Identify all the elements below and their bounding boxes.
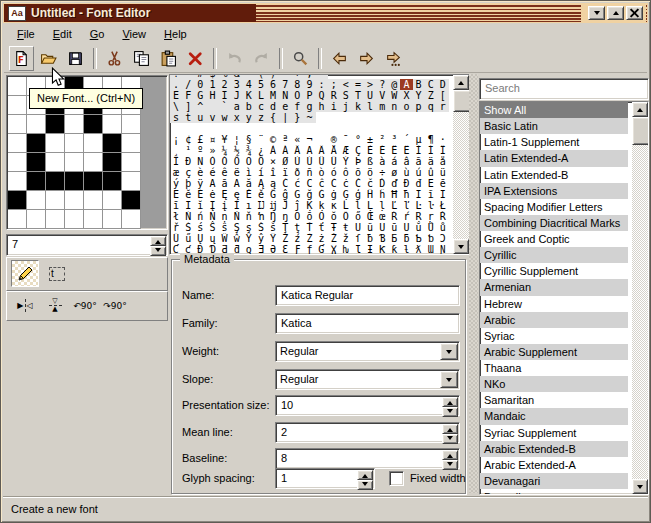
charmap-cell[interactable]: ƛ: [413, 244, 425, 255]
charmap-cell[interactable]: ƅ: [425, 233, 437, 244]
charmap-cell[interactable]: È: [364, 145, 376, 156]
spin-down-button[interactable]: [442, 407, 458, 417]
charmap-cell[interactable]: u: [194, 112, 206, 123]
charmap-cell[interactable]: ŉ: [255, 211, 267, 222]
charmap-cell[interactable]: ķ: [316, 200, 328, 211]
panel-splitter[interactable]: [469, 74, 478, 493]
charmap-cell[interactable]: x: [231, 112, 243, 123]
charmap-cell[interactable]: H: [206, 90, 218, 101]
charmap-cell[interactable]: ĝ: [279, 189, 291, 200]
charmap-cell[interactable]: Â: [291, 145, 303, 156]
charmap-cell[interactable]: G: [194, 90, 206, 101]
charmap-cell[interactable]: é: [206, 167, 218, 178]
charmap-cell[interactable]: Þ: [352, 156, 364, 167]
presentation-size-input[interactable]: [279, 398, 441, 412]
charmap-cell[interactable]: ş: [243, 222, 255, 233]
charmap-cell[interactable]: <: [340, 79, 352, 90]
glyph-pixel[interactable]: [103, 191, 122, 210]
glyph-pixel[interactable]: [8, 153, 27, 172]
charmap-cell[interactable]: ñ: [303, 167, 315, 178]
save-button[interactable]: [63, 46, 88, 71]
charmap-cell[interactable]: ĵ: [291, 200, 303, 211]
glyph-pixel[interactable]: [8, 210, 27, 229]
charmap-cell[interactable]: ğ: [303, 189, 315, 200]
charmap-cell[interactable]: Ĥ: [364, 189, 376, 200]
baseline-input[interactable]: [279, 451, 441, 465]
flip-horizontal-button[interactable]: ▶◁: [11, 294, 39, 317]
charmap-cell[interactable]: Á: [279, 145, 291, 156]
charmap-cell[interactable]: à: [376, 156, 388, 167]
charmap-cell[interactable]: h: [316, 101, 328, 112]
block-item-latin-extended-a[interactable]: Latin Extended-A: [480, 150, 628, 166]
charmap-cell[interactable]: ń: [194, 211, 206, 222]
charmap-cell[interactable]: 1: [206, 79, 218, 90]
charmap-cell[interactable]: Ŏ: [316, 211, 328, 222]
charmap-cell[interactable]: ³: [388, 134, 400, 145]
charmap-cell[interactable]: ç: [182, 167, 194, 178]
charmap-cell[interactable]: š: [267, 222, 279, 233]
charmap-cell[interactable]: Å: [328, 145, 340, 156]
charmap-cell[interactable]: Ř: [437, 211, 449, 222]
charmap-cell[interactable]: E: [170, 90, 182, 101]
charmap-cell[interactable]: Ġ: [316, 189, 328, 200]
charmap-cell[interactable]: Ų: [194, 233, 206, 244]
charmap-cell[interactable]: q: [425, 101, 437, 112]
flip-vertical-button[interactable]: ▽▲: [41, 294, 69, 317]
charmap-cell[interactable]: œ: [376, 211, 388, 222]
charmap-cell[interactable]: Ń: [182, 211, 194, 222]
charmap-cell[interactable]: ²: [376, 134, 388, 145]
charmap-cell[interactable]: J: [231, 90, 243, 101]
block-item-mandaic[interactable]: Mandaic: [480, 408, 628, 424]
charmap-cell[interactable]: z: [255, 112, 267, 123]
charmap-cell[interactable]: Ź: [279, 233, 291, 244]
charmap-cell[interactable]: _: [206, 101, 218, 112]
charmap-cell[interactable]: {: [267, 112, 279, 123]
charmap-cell[interactable]: Ľ: [388, 200, 400, 211]
charmap-cell[interactable]: «: [291, 134, 303, 145]
charmap-cell[interactable]: ê: [219, 167, 231, 178]
charmap-cell[interactable]: ś: [194, 222, 206, 233]
charmap-cell[interactable]: ć: [291, 178, 303, 189]
charmap-cell[interactable]: ÿ: [194, 178, 206, 189]
glyph-pixel[interactable]: [84, 172, 103, 191]
glyph-pixel[interactable]: [8, 77, 27, 96]
charmap-cell[interactable]: 0: [194, 79, 206, 90]
charmap-cell[interactable]: ĩ: [425, 189, 437, 200]
charmap-cell[interactable]: ű: [182, 233, 194, 244]
charmap-cell[interactable]: ĸ: [328, 200, 340, 211]
charmap-cell[interactable]: ÷: [376, 167, 388, 178]
charmap-cell[interactable]: Ĳ: [255, 200, 267, 211]
charmap-cell[interactable]: ņ: [219, 211, 231, 222]
minimize-button[interactable]: [588, 6, 605, 20]
charmap-cell[interactable]: Ĝ: [267, 189, 279, 200]
scroll-down-button[interactable]: [632, 479, 648, 494]
charmap-cell[interactable]: ſ: [352, 233, 364, 244]
charmap-cell[interactable]: ŝ: [219, 222, 231, 233]
charmap-cell[interactable]: v: [206, 112, 218, 123]
charmap-cell[interactable]: Ā: [206, 178, 218, 189]
charmap-cell[interactable]: Ļ: [364, 200, 376, 211]
charmap-cell[interactable]: j: [340, 101, 352, 112]
glyph-pixel[interactable]: [46, 210, 65, 229]
charmap-cell[interactable]: ţ: [291, 222, 303, 233]
charmap-cell[interactable]: Ű: [170, 233, 182, 244]
charmap-cell[interactable]: N: [279, 90, 291, 101]
charmap-cell[interactable]: W: [388, 90, 400, 101]
charmap-cell[interactable]: ŧ: [340, 222, 352, 233]
charmap-cell[interactable]: ė: [206, 189, 218, 200]
charmap-cell[interactable]: è: [194, 167, 206, 178]
charmap-cell[interactable]: Ñ: [194, 156, 206, 167]
charmap-cell[interactable]: Ö: [255, 156, 267, 167]
menu-item-file[interactable]: File: [8, 26, 44, 42]
charmap-cell[interactable]: ƚ: [400, 244, 412, 255]
charmap-cell[interactable]: ē: [437, 178, 449, 189]
block-item-combining-diacritical-marks[interactable]: Combining Diacritical Marks: [480, 215, 628, 231]
charmap-cell[interactable]: į: [219, 200, 231, 211]
charmap-cell[interactable]: ě: [255, 189, 267, 200]
glyph-pixel[interactable]: [84, 115, 103, 134]
charmap-cell[interactable]: Ž: [328, 233, 340, 244]
charmap-cell[interactable]: ĺ: [352, 200, 364, 211]
glyph-pixel[interactable]: [84, 191, 103, 210]
charmap-cell[interactable]: 9: [303, 79, 315, 90]
charmap-cell[interactable]: ĳ: [267, 200, 279, 211]
